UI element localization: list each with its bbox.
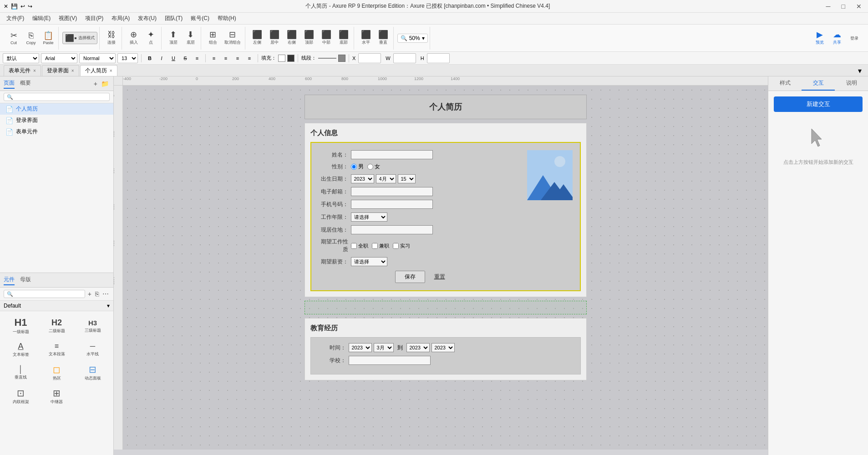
menu-layout[interactable]: 布局(A)	[108, 14, 133, 23]
canvas-content[interactable]: 个人简历 个人信息 姓名：	[123, 86, 768, 450]
menu-account[interactable]: 账号(C)	[187, 14, 213, 23]
undo-icon[interactable]: ↩	[20, 3, 25, 10]
fill-color-swatch[interactable]	[278, 55, 285, 62]
comp-h1[interactable]: H1 一级标题	[4, 315, 38, 338]
align-middle-button[interactable]: ⬛ 中部	[318, 29, 335, 47]
phone-input[interactable]	[351, 200, 433, 209]
right-tab-style[interactable]: 样式	[768, 76, 802, 91]
birth-day-select[interactable]: 15	[398, 174, 416, 183]
comp-h3[interactable]: H3 三级标题	[76, 315, 110, 338]
minimize-button[interactable]: ─	[823, 2, 833, 11]
tab-form-elements[interactable]: 表单元件 ×	[4, 65, 41, 76]
comp-add-button[interactable]: +	[87, 289, 92, 298]
distribute-v-button[interactable]: ⬛ 垂直	[375, 29, 391, 47]
page-tab-pages[interactable]: 页面	[4, 78, 15, 89]
copy-button[interactable]: ⎘ Copy	[23, 30, 39, 46]
address-input[interactable]	[351, 225, 433, 234]
share-button[interactable]: ☁ 共享	[829, 29, 845, 47]
salary-select[interactable]: 请选择	[351, 257, 387, 266]
paste-button[interactable]: 📋 Paste	[40, 30, 56, 46]
comp-horizontal-line[interactable]: ─ 水平线	[76, 339, 110, 360]
edu-year-end-select[interactable]: 2023	[406, 343, 430, 352]
tab-form-elements-close[interactable]: ×	[33, 68, 36, 73]
save-icon[interactable]: 💾	[11, 3, 18, 10]
align-left-text-button[interactable]: ≡	[209, 53, 219, 63]
menu-help[interactable]: 帮助(H)	[214, 14, 240, 23]
top-layer-button[interactable]: ⬆ 顶层	[165, 29, 182, 47]
reset-button[interactable]: 重置	[434, 271, 445, 283]
font-style-select[interactable]: Normal	[79, 53, 116, 63]
h-input[interactable]	[427, 53, 450, 63]
close-button[interactable]: ✕	[853, 2, 864, 11]
page-item-login[interactable]: 📄 登录界面	[0, 115, 113, 126]
stroke-color-swatch[interactable]	[338, 55, 345, 62]
comp-hotspot[interactable]: ◻ 热区	[40, 362, 74, 384]
redo-icon[interactable]: ↪	[28, 3, 32, 10]
job-type-parttime-input[interactable]	[372, 243, 378, 249]
w-input[interactable]	[393, 53, 416, 63]
align-left-button[interactable]: ⬛ 左侧	[249, 29, 265, 47]
font-size-select[interactable]: 13	[117, 53, 138, 63]
comp-text-label[interactable]: A 文本标签	[4, 339, 38, 360]
canvas-area[interactable]: -400 -200 0 200 400 600 800 1000 1200 14…	[114, 76, 768, 455]
preview-button[interactable]: ▶ 预览	[812, 29, 828, 47]
tab-resume-close[interactable]: ×	[110, 68, 112, 73]
page-item-resume[interactable]: 📄 个人简历	[0, 103, 113, 115]
x-input[interactable]	[358, 53, 381, 63]
connect-button[interactable]: ⛓ 连接	[103, 29, 120, 47]
gender-female-radio[interactable]: 女	[367, 163, 380, 171]
comp-h2[interactable]: H2 二级标题	[40, 315, 74, 338]
tab-resume[interactable]: 个人简历 ×	[80, 65, 117, 76]
bottom-layer-button[interactable]: ⬇ 底层	[183, 29, 199, 47]
comp-inline-frame[interactable]: ⊡ 内联框架	[4, 386, 38, 408]
page-item-form[interactable]: 📄 表单元件	[0, 126, 113, 137]
align-top-button[interactable]: ⬛ 顶部	[301, 29, 317, 47]
underline-button[interactable]: U	[168, 53, 178, 63]
italic-button[interactable]: I	[157, 53, 167, 63]
insert-button[interactable]: ⊕ 插入	[126, 29, 142, 47]
menu-view[interactable]: 视图(V)	[55, 14, 81, 23]
list-button[interactable]: ≡	[192, 53, 202, 63]
login-button[interactable]: 登录	[846, 33, 863, 43]
new-interaction-button[interactable]: 新建交互	[774, 96, 863, 112]
job-type-parttime[interactable]: 兼职	[372, 243, 389, 249]
comp-more-button[interactable]: ⋯	[102, 289, 110, 298]
comp-group-default[interactable]: Default ▾	[0, 301, 113, 311]
right-tab-interaction[interactable]: 交互	[802, 76, 835, 91]
page-folder-button[interactable]: 📁	[100, 79, 110, 88]
group-button[interactable]: ⊞ 组合	[205, 29, 221, 47]
ungroup-button[interactable]: ⊟ 取消组合	[222, 29, 243, 47]
gender-male-input[interactable]	[351, 164, 357, 170]
tab-login[interactable]: 登录界面 ×	[42, 65, 79, 76]
page-search-input[interactable]	[4, 93, 110, 101]
point-button[interactable]: ✦ 点	[143, 29, 159, 47]
comp-tab-masters[interactable]: 母版	[20, 275, 31, 285]
school-input[interactable]	[349, 356, 431, 365]
align-center-text-button[interactable]: ≡	[221, 53, 231, 63]
gender-male-radio[interactable]: 男	[351, 163, 364, 171]
job-type-intern-input[interactable]	[393, 243, 399, 249]
maximize-button[interactable]: □	[839, 2, 848, 11]
gender-female-input[interactable]	[367, 164, 373, 170]
strikethrough-button[interactable]: S	[180, 53, 190, 63]
email-input[interactable]	[351, 187, 433, 196]
align-center-button[interactable]: ⬛ 居中	[266, 29, 283, 47]
page-tab-summary[interactable]: 概要	[20, 78, 31, 89]
align-right-button[interactable]: ⬛ 右侧	[284, 29, 300, 47]
edu-month-start-select[interactable]: 3月	[374, 343, 394, 352]
work-years-select[interactable]: 请选择	[351, 212, 387, 222]
select-mode-button[interactable]: ⬛▪ 选择模式	[62, 32, 97, 44]
birth-month-select[interactable]: 4月	[376, 174, 396, 183]
comp-repeater[interactable]: ⊞ 中继器	[40, 386, 74, 408]
zoom-control[interactable]: 🔍 50% ▾	[397, 34, 428, 43]
distribute-h-button[interactable]: ⬛ 水平	[358, 29, 374, 47]
menu-project[interactable]: 项目(P)	[81, 14, 107, 23]
cut-button[interactable]: ✂ Cut	[5, 30, 22, 46]
job-type-fulltime[interactable]: 全职	[351, 243, 368, 249]
job-type-fulltime-input[interactable]	[351, 243, 357, 249]
page-add-button[interactable]: +	[93, 79, 98, 88]
fill-dark-swatch[interactable]	[287, 55, 294, 62]
name-input[interactable]	[351, 150, 433, 159]
comp-dynamic-panel[interactable]: ⊟ 动态面板	[76, 362, 110, 384]
align-bottom-button[interactable]: ⬛ 底部	[335, 29, 352, 47]
